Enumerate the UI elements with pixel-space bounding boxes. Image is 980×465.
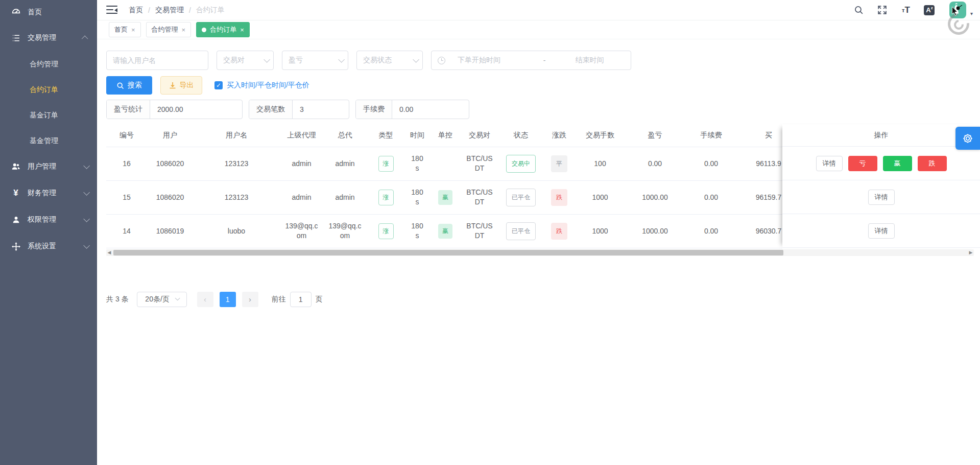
cell-lots: 100: [575, 147, 626, 180]
detail-button[interactable]: 详情: [868, 223, 895, 239]
cell-user: 1086020: [147, 180, 193, 214]
sidebar-item-finance[interactable]: ¥ 财务管理: [0, 180, 97, 206]
sidebar-item-label: 交易管理: [28, 33, 83, 42]
status-select[interactable]: 交易状态: [356, 51, 423, 70]
control-tag: 赢: [438, 224, 452, 239]
current-page-button[interactable]: 1: [220, 292, 236, 307]
operations-row: 详情: [782, 214, 980, 248]
trade-count-label: 交易笔数: [249, 100, 293, 119]
cell-id: 16: [106, 147, 147, 180]
cell-pair: BTC/USDT: [461, 214, 498, 248]
force-lose-button[interactable]: 亏: [848, 156, 877, 171]
sidebar-subitem-fund-orders[interactable]: 基金订单: [0, 102, 97, 128]
sidebar-item-label: 首页: [28, 8, 88, 17]
control-tag: 赢: [438, 190, 452, 205]
sidebar-item-home[interactable]: 首页: [0, 0, 97, 25]
mouse-cursor: [951, 6, 959, 16]
tab-home[interactable]: 首页 ×: [109, 22, 141, 37]
cell-time: 180 s: [405, 214, 429, 248]
detail-button[interactable]: 详情: [868, 190, 895, 205]
dashboard-icon: [11, 8, 20, 17]
translate-icon[interactable]: Az: [924, 5, 935, 16]
font-size-icon[interactable]: тT: [900, 5, 912, 16]
col-status: 状态: [498, 124, 544, 147]
pagination: 共 3 条 20条/页 ‹ 1 › 前往 页: [106, 292, 980, 307]
export-button[interactable]: 导出: [160, 76, 202, 95]
cell-user: 1086019: [147, 214, 193, 248]
select-placeholder: 交易对: [223, 56, 259, 65]
checkbox-label: 买入时间/平仓时间/平仓价: [227, 81, 309, 90]
col-user: 用户: [147, 124, 193, 147]
next-page-button[interactable]: ›: [242, 292, 258, 307]
updown-tag: 平: [551, 155, 567, 172]
tab-contract-manage[interactable]: 合约管理 ×: [146, 22, 192, 37]
tab-contract-orders[interactable]: 合约订单 ×: [196, 22, 250, 37]
sidebar-item-settings[interactable]: 系统设置: [0, 233, 97, 260]
force-win-button[interactable]: 赢: [883, 156, 912, 171]
sidebar-subitem-contract-orders[interactable]: 合约订单: [0, 77, 97, 102]
sidebar-subitem-contract-manage[interactable]: 合约管理: [0, 51, 97, 77]
breadcrumb-separator: /: [189, 6, 191, 14]
col-fee: 手续费: [684, 124, 738, 147]
sidebar-item-permission[interactable]: 权限管理: [0, 206, 97, 233]
checkbox-checked-icon[interactable]: ✓: [214, 81, 223, 89]
system-icon: [11, 242, 20, 251]
close-icon[interactable]: ×: [182, 26, 186, 34]
breadcrumb-home[interactable]: 首页: [129, 6, 143, 15]
sidebar-subitem-fund-manage[interactable]: 基金管理: [0, 128, 97, 153]
settings-fab-button[interactable]: [955, 127, 980, 150]
profit-total-group: 盈亏统计 2000.00: [106, 100, 243, 119]
username-input[interactable]: [106, 51, 208, 70]
breadcrumb-trade[interactable]: 交易管理: [155, 6, 184, 15]
table-row: 14 1086019 luobo 139@qq.com 139@qq.com 涨…: [106, 214, 799, 248]
cell-pair: BTC/USDT: [461, 147, 498, 180]
status-tag: 已平仓: [506, 189, 536, 206]
page-size-select[interactable]: 20条/页: [137, 292, 187, 307]
sidebar-item-trade[interactable]: 交易管理: [0, 25, 97, 51]
clock-icon: [438, 57, 445, 64]
scroll-right-icon[interactable]: ▶: [968, 249, 974, 256]
trade-count-value: 3: [293, 100, 349, 119]
goto-page-input[interactable]: [290, 292, 312, 307]
date-range-picker[interactable]: 下单开始时间 - 结束时间: [431, 51, 631, 70]
scrollbar-thumb[interactable]: [113, 250, 783, 255]
close-icon[interactable]: ×: [240, 26, 244, 34]
goto-suffix: 页: [316, 295, 323, 304]
pair-select[interactable]: 交易对: [217, 51, 274, 70]
cell-master: admin: [323, 147, 367, 180]
time-columns-checkbox[interactable]: ✓ 买入时间/平仓时间/平仓价: [214, 81, 309, 90]
chevron-down-icon: [83, 242, 90, 249]
collapse-menu-icon[interactable]: [106, 6, 117, 15]
cell-master: admin: [323, 180, 367, 214]
operations-row: 详情 亏 赢 跌: [782, 147, 980, 180]
tag-tabs: 首页 × 合约管理 × 合约订单 ×: [97, 20, 980, 39]
detail-button[interactable]: 详情: [816, 156, 843, 171]
sidebar-item-label: 权限管理: [28, 215, 83, 224]
profit-select[interactable]: 盈亏: [282, 51, 348, 70]
prev-page-button[interactable]: ‹: [197, 292, 213, 307]
cell-profit: 1000.00: [626, 180, 684, 214]
fullscreen-icon[interactable]: [877, 5, 888, 16]
finance-icon: ¥: [11, 189, 20, 198]
cell-username: 123123: [193, 147, 280, 180]
cell-username: luobo: [193, 214, 280, 248]
operations-row: 详情: [782, 180, 980, 214]
sidebar-item-label: 用户管理: [28, 162, 83, 171]
force-down-button[interactable]: 跌: [918, 156, 947, 171]
users-icon: [11, 162, 20, 171]
search-button[interactable]: 搜索: [106, 76, 152, 95]
breadcrumb-current: 合约订单: [196, 6, 225, 15]
sidebar-item-users[interactable]: 用户管理: [0, 153, 97, 180]
date-separator: -: [534, 56, 555, 64]
horizontal-scrollbar[interactable]: ◀ ▶: [106, 249, 974, 256]
tab-label: 合约管理: [152, 25, 178, 34]
col-type: 类型: [367, 124, 405, 147]
type-tag: 涨: [378, 156, 394, 172]
close-icon[interactable]: ×: [131, 26, 135, 34]
cell-username: 123123: [193, 180, 280, 214]
scroll-left-icon[interactable]: ◀: [106, 249, 112, 256]
cell-profit: 0.00: [626, 147, 684, 180]
breadcrumb: 首页 / 交易管理 / 合约订单: [129, 6, 225, 15]
tab-label: 合约订单: [210, 25, 236, 34]
search-icon[interactable]: [853, 5, 865, 16]
